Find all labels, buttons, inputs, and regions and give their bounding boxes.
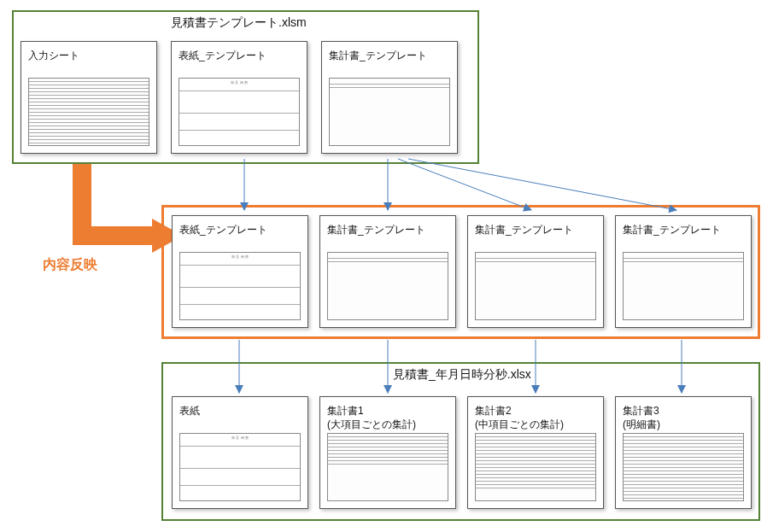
svg-line-4 (408, 159, 676, 210)
card-title: 表紙 (173, 397, 307, 419)
thumbnail-spreadsheet (475, 433, 596, 501)
thumbnail-document: 御 見 積 書 (179, 252, 301, 320)
card-out-cover: 表紙 御 見 積 書 (172, 396, 308, 509)
thumbnail-wide-table (475, 252, 596, 320)
svg-line-3 (398, 159, 531, 210)
card-cover-template: 表紙_テンプレート 御 見 積 書 (171, 41, 307, 154)
card-title: 集計書_テンプレート (320, 216, 455, 238)
thumbnail-spreadsheet (327, 433, 448, 501)
card-out-summary-1: 集計書1 (大項目ごとの集計) (319, 396, 456, 509)
card-title: 表紙_テンプレート (173, 216, 307, 238)
card-title: 集計書_テンプレート (616, 216, 751, 238)
card-title: 集計書_テンプレート (468, 216, 603, 238)
thumbnail-document: 御 見 積 書 (179, 433, 301, 501)
card-out-summary-2: 集計書2 (中項目ごとの集計) (467, 396, 604, 509)
thumbnail-spreadsheet (28, 78, 149, 146)
card-title: 集計書_テンプレート (322, 42, 457, 64)
group-bottom-title: 見積書_年月日時分秒.xlsx (393, 367, 531, 383)
card-title: 入力シート (21, 42, 156, 64)
card-summary-template: 集計書_テンプレート (321, 41, 458, 154)
arrow-label: 内容反映 (43, 256, 97, 274)
card-mid-summary-3: 集計書_テンプレート (615, 215, 752, 328)
card-title: 集計書3 (明細書) (616, 397, 751, 433)
card-out-summary-3: 集計書3 (明細書) (615, 396, 752, 509)
card-input-sheet: 入力シート (20, 41, 157, 154)
group-top-title: 見積書テンプレート.xlsm (171, 15, 307, 31)
card-mid-summary-1: 集計書_テンプレート (319, 215, 456, 328)
card-title: 集計書2 (中項目ごとの集計) (468, 397, 603, 433)
card-title: 集計書1 (大項目ごとの集計) (320, 397, 455, 433)
thumbnail-document: 御 見 積 書 (179, 78, 300, 146)
card-title: 表紙_テンプレート (172, 42, 307, 64)
thumbnail-wide-table (623, 252, 744, 320)
thumbnail-spreadsheet (623, 433, 744, 501)
thumbnail-wide-table (327, 252, 448, 320)
thumbnail-wide-table (329, 78, 450, 146)
card-mid-cover: 表紙_テンプレート 御 見 積 書 (172, 215, 308, 328)
card-mid-summary-2: 集計書_テンプレート (467, 215, 604, 328)
